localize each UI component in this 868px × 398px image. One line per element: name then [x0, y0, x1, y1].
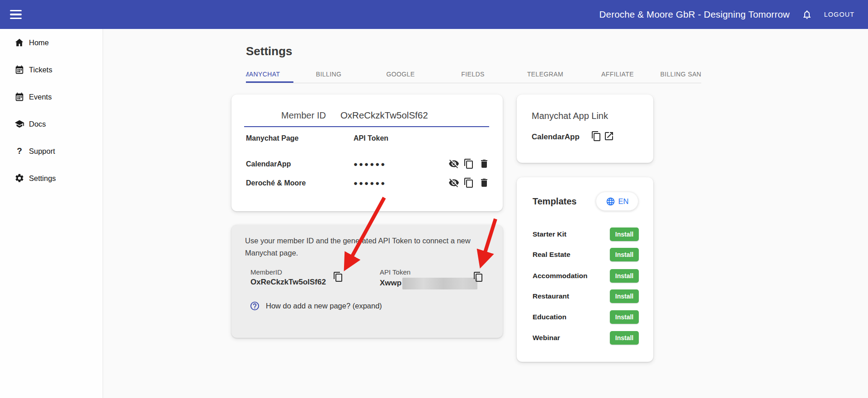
install-button-starter-kit[interactable]: Install — [610, 227, 639, 241]
open-app-link-button[interactable] — [604, 131, 614, 142]
language-selector[interactable]: EN — [596, 192, 638, 211]
copy-icon — [463, 177, 474, 188]
help-circle-icon — [250, 301, 260, 311]
hamburger-menu-icon[interactable] — [10, 5, 28, 24]
install-button-accommodation[interactable]: Install — [610, 269, 639, 283]
member-id-value: OxReCkzkTw5olSf62 — [340, 110, 428, 121]
column-header-token: API Token — [354, 134, 388, 142]
graduate-icon — [14, 119, 24, 129]
sidebar-item-label: Settings — [29, 174, 56, 183]
how-to-expand-link[interactable]: How do add a new page? (expand) — [250, 301, 382, 311]
sidebar-item-docs[interactable]: Docs — [0, 110, 103, 137]
column-header-page: Manychat Page — [246, 134, 298, 142]
app-link-title: Manychat App Link — [532, 111, 608, 121]
install-button-real-estate[interactable]: Install — [610, 248, 639, 261]
language-label: EN — [618, 197, 629, 206]
api-token-redacted — [402, 278, 477, 289]
sidebar-item-label: Docs — [29, 120, 46, 128]
sidebar-item-home[interactable]: Home — [0, 29, 103, 56]
api-token-field-value: Xwwp — [380, 278, 477, 289]
sidebar-item-events[interactable]: Events — [0, 83, 103, 110]
app-link-card: Manychat App Link CalendarApp — [517, 95, 653, 163]
trash-icon — [479, 177, 490, 188]
home-icon — [14, 38, 24, 47]
eye-off-icon — [448, 158, 459, 169]
sidebar-item-label: Events — [29, 93, 52, 101]
member-id-underline — [244, 126, 489, 127]
page-row-name: Deroché & Moore — [246, 179, 306, 187]
app-link-name: CalendarApp — [532, 133, 580, 142]
gear-icon — [14, 173, 24, 183]
copy-app-link-button[interactable] — [591, 131, 602, 142]
templates-card: Templates EN Starter Kit Install Real Es… — [517, 177, 653, 362]
notifications-bell-icon[interactable] — [802, 9, 812, 20]
tab-google[interactable]: GOOGLE — [386, 66, 415, 82]
member-id-label: Member ID — [281, 110, 326, 121]
sidebar-nav: Home Tickets Events Docs ? Support Setti… — [0, 29, 103, 398]
help-text: How do add a new page? (expand) — [266, 302, 382, 310]
masked-token: ●●●●●● — [354, 160, 386, 168]
reveal-token-button[interactable] — [448, 177, 459, 188]
api-token-field-label: API Token — [380, 268, 410, 276]
logout-button[interactable]: LOGOUT — [824, 11, 854, 18]
trash-icon — [479, 158, 490, 169]
tab-affiliate[interactable]: AFFILIATE — [601, 66, 634, 82]
template-name: Starter Kit — [533, 230, 566, 238]
sidebar-item-support[interactable]: ? Support — [0, 137, 103, 165]
settings-tab-bar: MANYCHAT BILLING GOOGLE FIELDS TELEGRAM … — [246, 66, 701, 83]
copy-icon — [333, 271, 344, 282]
open-in-new-icon — [604, 131, 614, 142]
app-header: Deroche & Moore GbR - Designing Tomorrow… — [0, 0, 868, 29]
copy-icon — [473, 271, 484, 282]
tab-manychat[interactable]: MANYCHAT — [246, 66, 280, 82]
install-button-webinar[interactable]: Install — [610, 331, 639, 345]
copy-token-button[interactable] — [463, 177, 474, 188]
sidebar-item-tickets[interactable]: Tickets — [0, 56, 103, 83]
copy-icon — [463, 158, 474, 169]
connect-page-card: Use your member ID and the generated API… — [231, 225, 503, 338]
templates-title: Templates — [533, 196, 576, 207]
member-id-card: Member ID OxReCkzkTw5olSf62 Manychat Pag… — [231, 95, 503, 211]
install-button-restaurant[interactable]: Install — [610, 289, 639, 303]
sidebar-item-label: Support — [29, 147, 55, 156]
masked-token: ●●●●●● — [354, 179, 386, 187]
globe-icon — [606, 197, 615, 206]
delete-token-button[interactable] — [479, 158, 490, 169]
page-title: Settings — [246, 44, 292, 58]
question-icon: ? — [14, 146, 24, 156]
calendar-icon — [14, 65, 24, 75]
template-name: Webinar — [533, 334, 560, 342]
active-tab-indicator — [246, 81, 293, 83]
main-content — [104, 29, 868, 398]
template-name: Accommodation — [533, 272, 587, 280]
tab-telegram[interactable]: TELEGRAM — [527, 66, 563, 82]
calendar-icon — [14, 92, 24, 102]
connect-description: Use your member ID and the generated API… — [245, 235, 476, 259]
sidebar-item-label: Tickets — [29, 66, 52, 74]
memberid-field-label: MemberID — [250, 268, 282, 276]
tab-billing[interactable]: BILLING — [316, 66, 342, 82]
template-name: Restaurant — [533, 292, 569, 300]
delete-token-button[interactable] — [479, 177, 490, 188]
page-row-name: CalendarApp — [246, 160, 291, 168]
tab-billing-san[interactable]: BILLING SAN — [660, 66, 701, 82]
copy-api-token-button[interactable] — [473, 271, 484, 282]
install-button-education[interactable]: Install — [610, 310, 639, 324]
tab-fields[interactable]: FIELDS — [461, 66, 484, 82]
workspace-title: Deroche & Moore GbR - Designing Tomorrow — [599, 9, 790, 20]
reveal-token-button[interactable] — [448, 158, 459, 169]
sidebar-item-settings[interactable]: Settings — [0, 165, 103, 192]
template-name: Real Estate — [533, 251, 571, 259]
eye-off-icon — [448, 177, 459, 188]
copy-memberid-button[interactable] — [333, 271, 344, 282]
sidebar-item-label: Home — [29, 38, 49, 47]
copy-token-button[interactable] — [463, 158, 474, 169]
copy-icon — [591, 131, 602, 142]
member-id-field[interactable]: Member ID OxReCkzkTw5olSf62 — [281, 110, 428, 121]
memberid-field-value: OxReCkzkTw5olSf62 — [250, 278, 326, 287]
template-name: Education — [533, 313, 566, 321]
